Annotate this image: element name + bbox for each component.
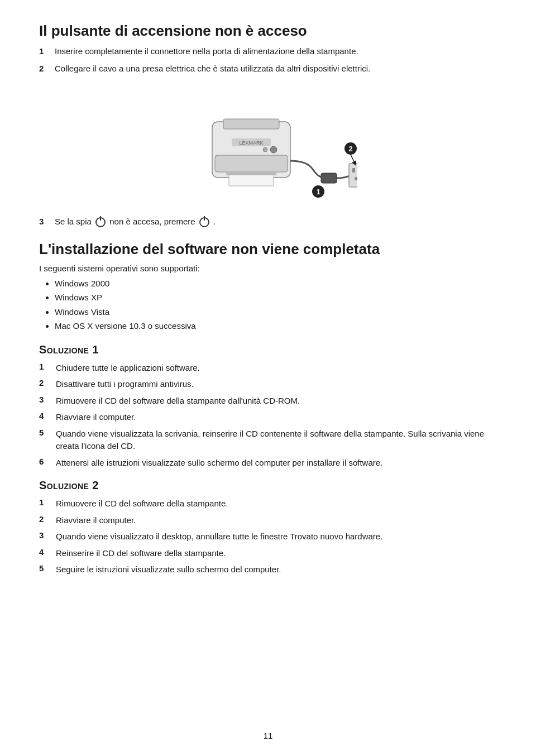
sol1-step-5: 5 Quando viene visualizzata la scrivania… — [39, 428, 497, 453]
sol1-step2-num: 2 — [39, 378, 56, 387]
soluzione2-steps: 1 Rimuovere il CD del software della sta… — [39, 497, 497, 576]
soluzione2-title: Soluzione 2 — [39, 479, 497, 492]
svg-point-7 — [270, 146, 277, 153]
step-2: 2 Collegare il cavo a una presa elettric… — [39, 63, 497, 75]
sol1-step-4: 4 Riavviare il computer. — [39, 411, 497, 424]
sol2-step-2: 2 Riavviare il computer. — [39, 514, 497, 527]
sol2-step1-num: 1 — [39, 497, 56, 507]
step3-suffix: . — [213, 217, 216, 226]
sol2-step-1: 1 Rimuovere il CD del software della sta… — [39, 497, 497, 510]
step-3-number: 3 — [39, 216, 55, 228]
sol2-step2-text: Riavviare il computer. — [56, 514, 497, 527]
os-item-1: Windows XP — [55, 290, 497, 305]
svg-rect-10 — [349, 164, 357, 187]
sol2-step-3: 3 Quando viene visualizzato il desktop, … — [39, 530, 497, 543]
svg-text:2: 2 — [348, 145, 352, 153]
step-1: 1 Inserire completamente il connettore n… — [39, 45, 497, 58]
power-icon-indicator — [95, 217, 106, 227]
section2-title: L'installazione del software non viene c… — [39, 241, 497, 258]
step-2-text: Collegare il cavo a una presa elettrica … — [55, 63, 497, 75]
svg-line-18 — [351, 155, 355, 164]
sol1-step5-num: 5 — [39, 428, 56, 437]
sol1-step4-num: 4 — [39, 411, 56, 420]
soluzione1-steps: 1 Chiudere tutte le applicazioni softwar… — [39, 362, 497, 470]
svg-rect-4 — [229, 175, 274, 186]
sol2-step5-num: 5 — [39, 563, 56, 573]
step-1-text: Inserire completamente il connettore nel… — [55, 45, 497, 58]
sol1-step6-text: Attenersi alle istruzioni visualizzate s… — [56, 457, 497, 470]
step-3-text: Se la spia non è accesa, premere . — [55, 216, 216, 228]
sol1-step2-text: Disattivare tutti i programmi antivirus. — [56, 378, 497, 391]
sol2-step3-text: Quando viene visualizzato il desktop, an… — [56, 530, 497, 543]
printer-illustration: LEXMARK 1 2 — [179, 88, 357, 205]
sol2-step2-num: 2 — [39, 514, 56, 524]
sol2-step5-text: Seguire le istruzioni visualizzate sullo… — [56, 563, 497, 576]
sol1-step5-text: Quando viene visualizzata la scrivania, … — [56, 428, 497, 453]
step-1-number: 1 — [39, 45, 55, 58]
sol1-step6-num: 6 — [39, 457, 56, 466]
sol2-step3-num: 3 — [39, 530, 56, 540]
svg-rect-9 — [321, 173, 337, 183]
sol1-step3-text: Rimuovere il CD del software della stamp… — [56, 395, 497, 408]
sol2-step4-num: 4 — [39, 547, 56, 557]
svg-rect-11 — [352, 168, 355, 173]
os-item-0: Windows 2000 — [55, 276, 497, 291]
section1-title: Il pulsante di accensione non è acceso — [39, 22, 497, 40]
sol2-step-4: 4 Reinserire il CD del software della st… — [39, 547, 497, 560]
sol1-step1-num: 1 — [39, 362, 56, 371]
sol1-step1-text: Chiudere tutte le applicazioni software. — [56, 362, 497, 375]
sol1-step3-num: 3 — [39, 395, 56, 404]
os-list: Windows 2000 Windows XP Windows Vista Ma… — [55, 276, 497, 333]
sol1-step-1: 1 Chiudere tutte le applicazioni softwar… — [39, 362, 497, 375]
sol2-step1-text: Rimuovere il CD del software della stamp… — [56, 497, 497, 510]
svg-rect-2 — [215, 155, 288, 172]
os-item-2: Windows Vista — [55, 305, 497, 319]
svg-text:1: 1 — [316, 188, 320, 196]
step3-middle: non è accesa, premere — [109, 217, 195, 226]
sol1-step-3: 3 Rimuovere il CD del software della sta… — [39, 395, 497, 408]
step-3: 3 Se la spia non è accesa, premere . — [39, 216, 497, 228]
sol1-step4-text: Riavviare il computer. — [56, 411, 497, 424]
step-2-number: 2 — [39, 63, 55, 75]
printer-image-area: LEXMARK 1 2 — [39, 88, 497, 205]
sol1-step-6: 6 Attenersi alle istruzioni visualizzate… — [39, 457, 497, 470]
sol2-step-5: 5 Seguire le istruzioni visualizzate sul… — [39, 563, 497, 576]
sol1-step-2: 2 Disattivare tutti i programmi antiviru… — [39, 378, 497, 391]
svg-point-8 — [263, 147, 267, 152]
power-icon-button — [199, 217, 209, 227]
step3-prefix: Se la spia — [55, 217, 92, 226]
os-item-3: Mac OS X versione 10.3 o successiva — [55, 319, 497, 333]
svg-text:LEXMARK: LEXMARK — [239, 140, 263, 146]
sol2-step4-text: Reinserire il CD del software della stam… — [56, 547, 497, 560]
svg-rect-1 — [223, 119, 279, 129]
supported-intro: I seguenti sistemi operativi sono suppor… — [39, 264, 497, 273]
printer-svg: LEXMARK 1 2 — [179, 88, 357, 205]
page-number: 11 — [0, 731, 536, 740]
soluzione1-title: Soluzione 1 — [39, 343, 497, 356]
